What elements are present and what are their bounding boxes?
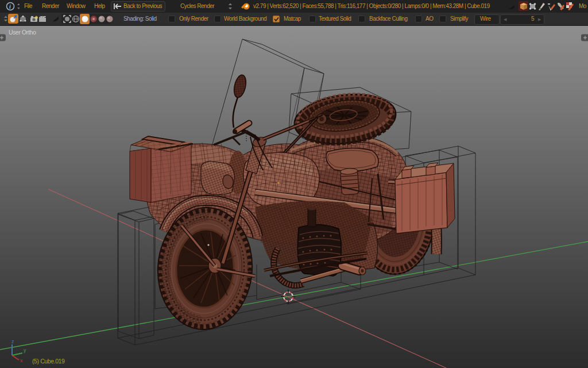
svg-text:i: i <box>9 3 11 10</box>
svg-text:x: x <box>20 358 23 363</box>
svg-text:User Ortho: User Ortho <box>9 29 36 36</box>
svg-text:z: z <box>11 339 14 344</box>
svg-text:(5) Cube.019: (5) Cube.019 <box>32 358 65 365</box>
svg-text:y: y <box>24 347 26 353</box>
